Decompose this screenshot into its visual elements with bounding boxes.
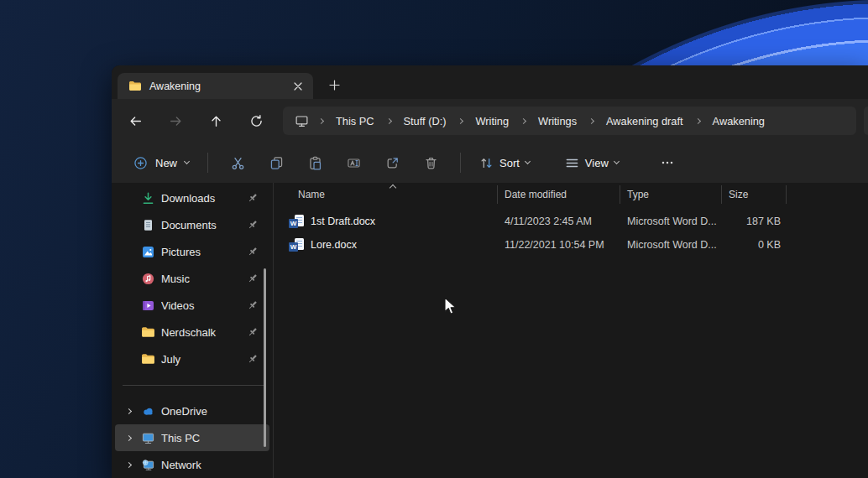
sidebar-item-downloads[interactable]: Downloads <box>115 184 269 211</box>
downloads-icon <box>141 191 155 205</box>
sidebar-item-label: Downloads <box>161 192 247 205</box>
sidebar-item-onedrive[interactable]: OneDrive <box>115 397 269 424</box>
breadcrumb-this-pc[interactable]: This PC <box>329 111 381 132</box>
cut-button[interactable] <box>219 148 256 178</box>
rename-button[interactable] <box>335 148 372 178</box>
chevron-right-icon <box>126 408 132 413</box>
sidebar-item-this-pc[interactable]: This PC <box>115 424 269 451</box>
sidebar-scrollbar[interactable] <box>264 268 266 447</box>
copy-button[interactable] <box>258 148 295 178</box>
folder-icon <box>141 325 155 340</box>
sort-button[interactable]: Sort <box>473 150 536 176</box>
view-button[interactable]: View <box>558 150 625 176</box>
new-tab-button[interactable] <box>320 73 348 96</box>
sidebar-divider <box>123 385 264 386</box>
tab-close-button[interactable] <box>288 77 308 96</box>
videos-icon <box>141 299 155 313</box>
view-list-icon <box>565 156 579 170</box>
documents-icon <box>141 218 155 232</box>
more-options-button[interactable] <box>651 148 684 177</box>
chevron-right-icon <box>126 434 132 440</box>
chevron-down-icon <box>525 158 531 164</box>
scissors-icon <box>231 156 245 170</box>
file-list-pane: Name Date modified Type Size W 1st Draft… <box>274 183 868 478</box>
file-name: Lore.docx <box>311 239 357 251</box>
new-button[interactable]: New <box>125 150 197 176</box>
column-header-name[interactable]: Name <box>274 185 498 204</box>
new-button-label: New <box>155 157 177 169</box>
sidebar-item-label: Videos <box>161 299 247 312</box>
monitor-icon[interactable] <box>291 111 311 131</box>
sidebar-item-july[interactable]: July <box>115 346 269 372</box>
folder-icon <box>128 80 142 93</box>
up-button[interactable] <box>202 107 230 135</box>
network-icon <box>141 458 155 472</box>
column-header-type[interactable]: Type <box>620 185 722 204</box>
file-size: 187 KB <box>722 216 787 227</box>
column-header-date-modified[interactable]: Date modified <box>498 185 620 204</box>
sidebar-item-documents[interactable]: Documents <box>115 211 269 238</box>
breadcrumb-chevron-icon <box>520 117 526 123</box>
delete-button[interactable] <box>412 148 449 178</box>
copy-icon <box>269 156 284 170</box>
file-row-lore[interactable]: W Lore.docx 11/22/2021 10:54 PM Microsof… <box>274 233 868 257</box>
breadcrumb-awakening[interactable]: Awakening <box>706 111 771 132</box>
tab-bar: Awakening <box>112 65 868 99</box>
toolbar-separator <box>460 153 461 173</box>
breadcrumb-chevron-icon <box>318 117 324 123</box>
share-button[interactable] <box>374 148 410 178</box>
file-name: 1st Draft.docx <box>311 216 375 227</box>
breadcrumb-writing[interactable]: Writing <box>468 111 515 132</box>
file-type: Microsoft Word D... <box>620 239 722 251</box>
breadcrumb-writings[interactable]: Writings <box>531 111 583 132</box>
command-toolbar: New Sort View <box>112 143 868 183</box>
file-date-modified: 11/22/2021 10:54 PM <box>498 239 620 251</box>
sidebar-item-music[interactable]: Music <box>115 265 269 292</box>
pin-icon <box>247 299 259 311</box>
this-pc-icon <box>141 431 155 445</box>
sidebar-item-label: OneDrive <box>161 405 269 418</box>
word-doc-icon: W <box>289 215 304 228</box>
pin-icon <box>247 192 259 204</box>
refresh-button[interactable] <box>243 107 270 135</box>
sidebar-item-label: Nerdschalk <box>161 326 247 339</box>
breadcrumb-stuff-d[interactable]: Stuff (D:) <box>397 111 453 132</box>
pin-icon <box>247 326 259 338</box>
music-icon <box>141 272 155 286</box>
sidebar-item-network[interactable]: Network <box>115 451 269 478</box>
sort-button-label: Sort <box>499 157 520 169</box>
toolbar-separator <box>207 153 208 173</box>
breadcrumb-chevron-icon <box>458 117 463 123</box>
search-box-edge[interactable] <box>864 107 868 135</box>
file-type: Microsoft Word D... <box>620 216 722 227</box>
sidebar-item-videos[interactable]: Videos <box>115 292 269 319</box>
rename-icon <box>347 156 361 170</box>
forward-button[interactable] <box>162 107 190 135</box>
sort-arrows-icon <box>479 156 494 170</box>
breadcrumb-chevron-icon <box>385 117 391 123</box>
folder-icon <box>141 352 155 366</box>
address-bar[interactable]: This PC Stuff (D:) Writing Writings Awak… <box>283 107 856 135</box>
sidebar-item-nerdschalk[interactable]: Nerdschalk <box>115 319 269 346</box>
word-doc-icon: W <box>289 238 304 252</box>
paste-button[interactable] <box>296 148 333 178</box>
pin-icon <box>247 273 259 284</box>
tab-awakening[interactable]: Awakening <box>118 73 313 99</box>
file-explorer-window: Awakening This PC Stuff <box>112 65 868 478</box>
sidebar-item-label: July <box>161 353 247 366</box>
chevron-down-icon <box>184 158 190 164</box>
sidebar-item-pictures[interactable]: Pictures <box>115 238 269 265</box>
breadcrumb-awakening-draft[interactable]: Awakening draft <box>599 111 690 132</box>
breadcrumb-chevron-icon <box>588 117 594 123</box>
file-row-1st-draft[interactable]: W 1st Draft.docx 4/11/2023 2:45 AM Micro… <box>274 210 868 233</box>
sidebar-item-label: Network <box>161 459 269 471</box>
back-button[interactable] <box>122 107 149 135</box>
paste-icon <box>308 156 322 170</box>
column-header-size[interactable]: Size <box>722 185 787 204</box>
chevron-right-icon <box>126 461 132 467</box>
column-headers: Name Date modified Type Size <box>274 183 868 206</box>
file-size: 0 KB <box>722 239 787 251</box>
plus-circle-icon <box>133 156 148 170</box>
pictures-icon <box>141 245 155 259</box>
pin-icon <box>247 219 259 231</box>
